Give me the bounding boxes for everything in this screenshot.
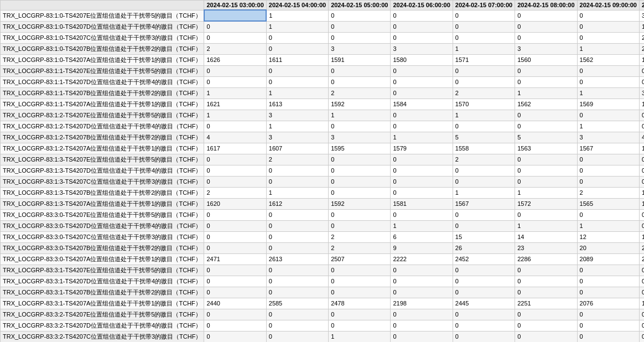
cell-value: 0 [515,320,577,331]
cell-value: 2 [204,43,266,54]
cell-value: 0 [639,76,644,87]
col-header-2: 2024-02-15 04:00:00 [266,1,328,11]
table-row: TRX_LOCGRP-83:1:3-TS4207A位置组信道处于干扰带1的嗷目（… [1,198,645,209]
cell-value: 0 [391,176,453,187]
cell-value: 0 [266,309,328,320]
table-row: TRX_LOCGRP-83:1:2-TS4207D位置组信道处于干扰带4的嗷目（… [1,121,645,132]
row-label: TRX_LOCGRP-83:3:0-TS4207D位置组信道处于干扰带4的嗷目（… [1,220,204,231]
table-row: TRX_LOCGRP-83:3:0-TS4207E位置组信道处于干扰带5的嗷目（… [1,209,645,220]
row-label: TRX_LOCGRP-83:3:0-TS4207E位置组信道处于干扰带5的嗷目（… [1,209,204,220]
cell-value: 0 [577,209,639,220]
cell-value: 0 [453,10,515,21]
row-label: TRX_LOCGRP-83:3:1-TS4207E位置组信道处于干扰带5的嗷目（… [1,265,204,276]
row-label: TRX_LOCGRP-83:1:0-TS4207C位置组信道处于干扰带3的嗷目（… [1,32,204,43]
cell-value: 1613 [266,99,328,110]
cell-value: 1592 [329,99,391,110]
cell-value: 0 [329,165,391,176]
table-row: TRX_LOCGRP-83:1:3-TS4207B位置组信道处于干扰带2的嗷目（… [1,187,645,198]
row-label: TRX_LOCGRP-83:1:3-TS4207E位置组信道处于干扰带5的嗷目（… [1,154,204,165]
cell-value: 0 [639,320,644,331]
cell-value: 6 [391,231,453,242]
cell-value: 1 [266,10,328,21]
cell-value: 0 [639,220,644,231]
cell-value: 1560 [515,54,577,65]
cell-value: 0 [266,209,328,220]
cell-value: 2076 [577,298,639,309]
cell-value: 0 [266,276,328,287]
cell-value: 2003 [639,253,644,265]
cell-value: 14 [515,231,577,242]
cell-value: 1 [266,21,328,32]
col-header-7: 2024-02-15 09:00:00 [577,1,639,11]
cell-value: 0 [266,76,328,87]
table-row: TRX_LOCGRP-83:1:0-TS4207A位置组信道处于干扰带1的嗷目（… [1,54,645,65]
cell-value: 0 [515,10,577,21]
cell-value: 0 [577,10,639,21]
cell-value: 0 [391,32,453,43]
table-row: TRX_LOCGRP-83:1:3-TS4207D位置组信道处于干扰带4的嗷目（… [1,165,645,176]
cell-value: 0 [453,320,515,331]
cell-value: 0 [639,121,644,132]
cell-value: 0 [577,154,639,165]
cell-value: 0 [515,110,577,121]
row-label: TRX_LOCGRP-83:1:3-TS4207A位置组信道处于干扰带1的嗷目（… [1,198,204,209]
cell-value: 0 [204,276,266,287]
cell-value: 2198 [391,298,453,309]
cell-value: 0 [453,309,515,320]
cell-value: 12 [577,231,639,242]
cell-value: 1569 [577,99,639,110]
row-label: TRX_LOCGRP-83:1:2-TS4207B位置组信道处于干扰带2的嗷目（… [1,132,204,143]
cell-value: 0 [515,276,577,287]
cell-value: 0 [515,21,577,32]
cell-value: 1621 [204,99,266,110]
cell-value: 4 [204,132,266,143]
cell-value: 2 [639,43,644,54]
row-label-header [1,1,204,11]
cell-value: 0 [515,32,577,43]
table-row: TRX_LOCGRP-83:3:2-TS4207C位置组信道处于干扰带3的嗷目（… [1,331,645,342]
cell-value: 0 [329,21,391,32]
cell-value: 0 [204,309,266,320]
cell-value: 1 [453,110,515,121]
row-label: TRX_LOCGRP-83:3:2-TS4207C位置组信道处于干扰带3的嗷目（… [1,331,204,342]
cell-value: 0 [204,76,266,87]
cell-value: 1 [329,331,391,342]
cell-value: 0 [391,309,453,320]
row-label: TRX_LOCGRP-83:3:1-TS4207A位置组信道处于干扰带1的嗷目（… [1,298,204,309]
cell-value: 1567 [453,198,515,209]
cell-value: 26 [453,242,515,253]
table-row: TRX_LOCGRP-83:1:0-TS4207D位置组信道处于干扰带4的嗷目（… [1,21,645,32]
cell-value: 0 [266,65,328,76]
cell-value: 0 [639,209,644,220]
cell-value: 2 [639,32,644,43]
cell-value: 0 [391,10,453,21]
cell-value: 0 [453,121,515,132]
row-label: TRX_LOCGRP-83:1:1-TS4207B位置组信道处于干扰带2的嗷目（… [1,87,204,99]
cell-value: 1591 [329,54,391,65]
cell-value: 0 [204,209,266,220]
cell-value: 2471 [204,253,266,265]
cell-value: 0 [329,276,391,287]
cell-value: 0 [266,176,328,187]
col-header-5: 2024-02-15 07:00:00 [453,1,515,11]
cell-value: 1 [391,132,453,143]
cell-value: 0 [577,276,639,287]
cell-value: 0 [204,331,266,342]
cell-value: 1 [453,187,515,198]
table-row: TRX_LOCGRP-83:1:3-TS4207C位置组信道处于干扰带3的嗷目（… [1,176,645,187]
row-label: TRX_LOCGRP-83:1:2-TS4207E位置组信道处于干扰带5的嗷目（… [1,110,204,121]
cell-value: 1558 [453,143,515,154]
cell-value: 1580 [391,54,453,65]
cell-value: 0 [453,220,515,231]
cell-value: 0 [639,287,644,298]
cell-value: 0 [329,209,391,220]
cell-value: 0 [266,331,328,342]
cell-value: 0 [266,287,328,298]
cell-value: 0 [329,309,391,320]
table-row: TRX_LOCGRP-83:3:0-TS4207C位置组信道处于干扰带3的嗷目（… [1,231,645,242]
cell-value: 0 [204,320,266,331]
cell-value: 0 [515,209,577,220]
cell-value: 0 [515,309,577,320]
cell-value: 1562 [515,99,577,110]
cell-value: 0 [453,65,515,76]
